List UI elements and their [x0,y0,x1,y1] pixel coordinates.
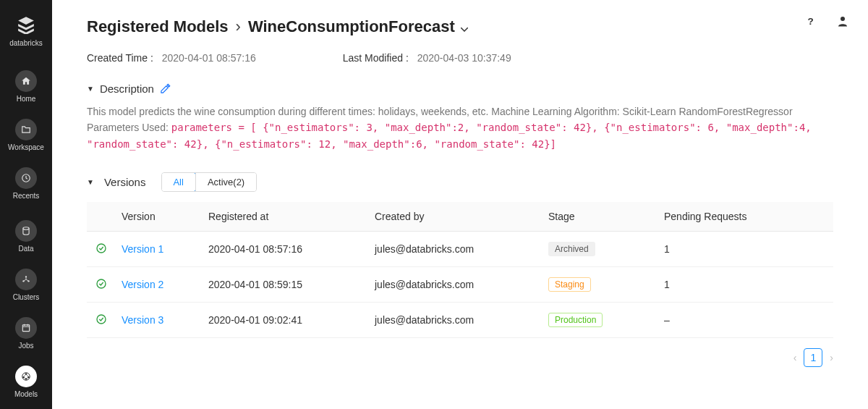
sidebar-item-data[interactable]: Data [4,216,48,260]
last-modified-label: Last Modified : [343,52,409,64]
metadata-row: Created Time : 2020-04-01 08:57:16 Last … [87,52,833,64]
table-row: Version 32020-04-01 09:02:41jules@databr… [87,303,833,338]
tab-all[interactable]: All [161,172,195,192]
svg-point-14 [97,244,106,253]
pagination-prev[interactable]: ‹ [793,352,797,363]
versions-tabset: All Active(2) [161,172,257,192]
top-icons: ? [804,14,849,28]
col-version[interactable]: Version [116,202,203,232]
description-header: ▼ Description [87,83,833,95]
versions-table: Version Registered at Created by Stage P… [87,202,833,338]
svg-point-15 [97,279,106,288]
cluster-icon [15,269,37,290]
col-created-by[interactable]: Created by [369,202,542,232]
sidebar: databricks Home Workspace Recents [0,0,52,409]
sidebar-item-label: Home [17,95,36,103]
version-link[interactable]: Version 1 [122,243,163,255]
breadcrumb: Registered Models › WineConsumptionForec… [87,17,833,36]
table-row: Version 22020-04-01 08:59:15jules@databr… [87,267,833,303]
svg-point-2 [25,276,27,277]
svg-text:?: ? [808,16,814,27]
registered-at-value: 2020-04-01 08:57:16 [203,232,369,267]
sidebar-item-label: Clusters [13,293,40,301]
status-ready-icon [95,243,107,254]
tab-active[interactable]: Active(2) [195,173,256,191]
folder-icon [15,119,37,140]
svg-rect-5 [22,325,29,332]
pagination: ‹ 1 › [87,348,833,367]
description-body: This model predicts the wine consumption… [87,104,833,152]
pending-value: 1 [658,267,833,303]
last-modified-value: 2020-04-03 10:37:49 [417,52,511,64]
svg-point-16 [97,315,106,324]
breadcrumb-current: WineConsumptionForecast [248,17,455,35]
clock-icon [15,167,37,189]
sidebar-item-jobs[interactable]: Jobs [4,313,48,357]
created-by-value: jules@databricks.com [369,232,542,267]
models-icon [15,366,37,387]
main-content: ? Registered Models › WineConsumptionFor… [52,0,868,409]
sidebar-brand-label: databricks [9,39,43,47]
edit-icon[interactable] [160,83,171,94]
stage-badge: Archived [548,242,595,256]
pagination-next[interactable]: › [830,352,833,363]
collapse-toggle-icon[interactable]: ▼ [87,178,94,186]
stage-badge: Production [548,313,603,327]
sidebar-item-recents[interactable]: Recents [4,163,48,207]
sidebar-item-models[interactable]: Models [4,361,48,405]
sidebar-item-label: Recents [13,192,40,200]
breadcrumb-root[interactable]: Registered Models [87,17,229,36]
status-ready-icon [95,278,107,290]
sidebar-item-label: Jobs [18,342,33,350]
pending-value: 1 [658,232,833,267]
stage-badge: Staging [548,277,591,292]
description-code: parameters = [ {"n_estimators": 3, "max_… [87,122,812,149]
version-link[interactable]: Version 2 [122,279,163,290]
sidebar-item-label: Data [18,245,33,253]
sidebar-item-clusters[interactable]: Clusters [4,264,48,308]
col-pending[interactable]: Pending Requests [658,202,833,232]
created-time-label: Created Time : [87,52,153,64]
sidebar-item-label: Models [14,390,38,398]
help-icon[interactable]: ? [804,14,817,28]
breadcrumb-separator: › [236,17,241,36]
sidebar-item-workspace[interactable]: Workspace [4,114,48,159]
registered-at-value: 2020-04-01 08:59:15 [203,267,369,303]
calendar-icon [15,317,37,339]
description-heading: Description [100,83,154,95]
created-by-value: jules@databricks.com [369,303,542,338]
svg-point-13 [841,17,845,21]
sidebar-item-home[interactable]: Home [4,66,48,110]
pagination-page-current[interactable]: 1 [804,348,822,367]
sidebar-brand[interactable]: databricks [4,9,48,54]
sidebar-item-label: Workspace [8,143,44,151]
status-ready-icon [95,313,107,325]
table-header-row: Version Registered at Created by Stage P… [87,202,833,232]
created-time: Created Time : 2020-04-01 08:57:16 [87,52,256,64]
created-by-value: jules@databricks.com [369,267,542,303]
created-time-value: 2020-04-01 08:57:16 [162,52,256,64]
collapse-toggle-icon[interactable]: ▼ [87,85,94,93]
table-row: Version 12020-04-01 08:57:16jules@databr… [87,232,833,267]
version-link[interactable]: Version 3 [122,314,163,326]
versions-heading: Versions [104,176,146,188]
last-modified: Last Modified : 2020-04-03 10:37:49 [343,52,511,64]
registered-at-value: 2020-04-01 09:02:41 [203,303,369,338]
breadcrumb-current-wrap[interactable]: WineConsumptionForecast [248,17,468,36]
home-icon [15,70,37,92]
col-stage[interactable]: Stage [542,202,658,232]
col-registered-at[interactable]: Registered at [203,202,369,232]
pending-value: – [658,303,833,338]
svg-point-1 [23,227,29,230]
user-icon[interactable] [836,14,849,28]
database-icon [15,220,37,242]
versions-header: ▼ Versions All Active(2) [87,172,833,192]
databricks-logo-icon [14,13,38,36]
chevron-down-icon [461,17,468,36]
